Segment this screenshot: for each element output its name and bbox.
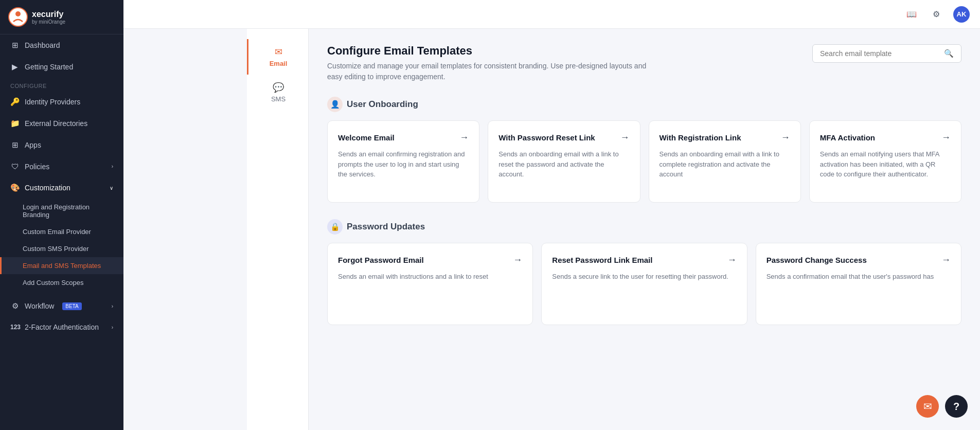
chevron-down-icon: ∨ (110, 185, 113, 191)
card-welcome-email[interactable]: Welcome Email → Sends an email confirmin… (327, 120, 479, 203)
search-input[interactable] (820, 49, 940, 58)
sidebar-item-getting-started[interactable]: ▶ Getting Started (0, 56, 123, 78)
card-mfa-activation[interactable]: MFA Activation → Sends an email notifyin… (809, 120, 961, 203)
app-tagline: by miniOrange (32, 19, 65, 25)
card-password-change-success[interactable]: Password Change Success → Sends a confir… (756, 243, 961, 325)
card-password-reset-link[interactable]: With Password Reset Link → Sends an onbo… (488, 120, 640, 203)
sidebar-sub-email-sms-templates[interactable]: Email and SMS Templates (0, 257, 123, 274)
svg-point-0 (9, 8, 27, 26)
sidebar-item-label: Workflow (25, 302, 54, 310)
app-name: xecurify (32, 10, 65, 19)
sidebar-sub-add-custom-scopes[interactable]: Add Custom Scopes (0, 274, 123, 291)
section-password-updates: 🔒 Password Updates (327, 219, 961, 235)
customization-icon: 🎨 (10, 183, 20, 192)
content-area: Configure Email Templates Customize and … (309, 29, 980, 430)
card-forgot-password-email[interactable]: Forgot Password Email → Sends an email w… (327, 243, 533, 325)
card-title: MFA Activation (820, 133, 875, 143)
logo-area[interactable]: xecurify by miniOrange (0, 0, 123, 34)
card-title: Password Change Success (767, 255, 867, 265)
sub-item-label: Login and Registration Branding (23, 203, 90, 219)
content-header: Configure Email Templates Customize and … (327, 44, 961, 82)
password-updates-icon: 🔒 (327, 219, 343, 235)
sidebar-item-workflow[interactable]: ⚙ Workflow BETA › (0, 295, 123, 317)
password-updates-cards: Forgot Password Email → Sends an email w… (327, 243, 961, 325)
card-description: Sends a secure link to the user for rese… (552, 272, 736, 282)
card-registration-link[interactable]: With Registration Link → Sends an onboar… (649, 120, 801, 203)
sidebar-item-label: Customization (25, 184, 70, 192)
card-description: Sends an email notifying users that MFA … (820, 149, 951, 180)
sidebar-item-2fa[interactable]: 123 2-Factor Authentication › (0, 317, 123, 337)
sidebar-item-label: Apps (25, 141, 41, 149)
card-title: With Password Reset Link (498, 133, 595, 143)
chevron-right-icon: › (112, 303, 113, 309)
arrow-icon: → (941, 255, 951, 265)
card-title: Welcome Email (338, 133, 395, 143)
sidebar-item-customization[interactable]: 🎨 Customization ∨ (0, 177, 123, 199)
sub-item-label: Add Custom Scopes (23, 279, 84, 286)
sidebar-item-apps[interactable]: ⊞ Apps (0, 134, 123, 156)
sidebar-item-label: Getting Started (25, 63, 73, 71)
user-avatar[interactable]: AK (953, 6, 970, 23)
sidebar-sub-custom-sms-provider[interactable]: Custom SMS Provider (0, 240, 123, 257)
help-fab[interactable]: ? (945, 395, 968, 418)
svg-point-1 (15, 11, 21, 16)
section-title-label: User Onboarding (347, 99, 418, 110)
page-description: Customize and manage your email template… (327, 61, 662, 82)
header-text: Configure Email Templates Customize and … (327, 44, 662, 82)
email-tab-icon: ✉ (275, 46, 282, 58)
sidebar-sub-login-branding[interactable]: Login and Registration Branding (0, 199, 123, 223)
directories-icon: 📁 (10, 119, 20, 128)
sidebar-item-policies[interactable]: 🛡 Policies › (0, 156, 123, 177)
main-content: ✉ Email 💬 SMS Configure Email Templates … (247, 29, 980, 430)
sidebar-item-identity-providers[interactable]: 🔑 Identity Providers (0, 91, 123, 113)
card-description: Sends a confirmation email that the user… (767, 272, 951, 282)
beta-badge: BETA (62, 302, 81, 310)
topbar: 📖 ⚙ AK (123, 0, 980, 29)
card-reset-password-link-email[interactable]: Reset Password Link Email → Sends a secu… (541, 243, 747, 325)
card-title: Forgot Password Email (338, 255, 424, 265)
arrow-icon: → (727, 255, 737, 265)
sidebar-item-label: Policies (25, 163, 49, 171)
sms-tab-icon: 💬 (273, 82, 284, 93)
tab-email[interactable]: ✉ Email (247, 39, 308, 75)
card-title: With Registration Link (660, 133, 741, 143)
2fa-icon: 123 (10, 324, 20, 331)
card-title: Reset Password Link Email (552, 255, 652, 265)
chat-fab[interactable]: ✉ (916, 395, 939, 418)
workflow-icon: ⚙ (10, 301, 20, 311)
sidebar-item-external-directories[interactable]: 📁 External Directories (0, 113, 123, 134)
apps-icon: ⊞ (10, 140, 20, 150)
dashboard-icon: ⊞ (10, 41, 20, 50)
card-description: Sends an email with instructions and a l… (338, 272, 522, 282)
sidebar-item-label: Dashboard (25, 41, 60, 49)
arrow-icon: → (781, 132, 790, 143)
card-description: Sends an onboarding email with a link to… (498, 149, 629, 180)
policies-icon: 🛡 (10, 162, 20, 171)
sidebar-item-label: External Directories (25, 119, 87, 128)
sidebar-sub-custom-email-provider[interactable]: Custom Email Provider (0, 223, 123, 240)
sub-item-label: Custom SMS Provider (23, 245, 89, 253)
user-onboarding-icon: 👤 (327, 97, 343, 112)
section-user-onboarding: 👤 User Onboarding (327, 97, 961, 112)
search-box[interactable]: 🔍 (812, 44, 961, 63)
arrow-icon: → (941, 132, 951, 143)
getting-started-icon: ▶ (10, 62, 20, 71)
sidebar-item-label: Identity Providers (25, 98, 80, 106)
logo-icon (8, 7, 28, 27)
arrow-icon: → (513, 255, 522, 265)
settings-icon[interactable]: ⚙ (929, 7, 944, 22)
identity-icon: 🔑 (10, 97, 20, 106)
card-description: Sends an onboarding email with a link to… (660, 149, 790, 180)
channel-panel: ✉ Email 💬 SMS (247, 29, 309, 430)
tab-sms[interactable]: 💬 SMS (247, 75, 308, 110)
sub-item-label: Custom Email Provider (23, 228, 91, 236)
arrow-icon: → (620, 132, 630, 143)
chevron-right-icon: › (112, 164, 113, 169)
sidebar-item-label: 2-Factor Authentication (25, 323, 99, 331)
arrow-icon: → (459, 132, 469, 143)
sidebar-item-dashboard[interactable]: ⊞ Dashboard (0, 34, 123, 56)
book-icon[interactable]: 📖 (904, 7, 919, 22)
configure-section-label: Configure (0, 78, 123, 91)
section-title-label: Password Updates (347, 222, 425, 232)
user-onboarding-cards: Welcome Email → Sends an email confirmin… (327, 120, 961, 203)
